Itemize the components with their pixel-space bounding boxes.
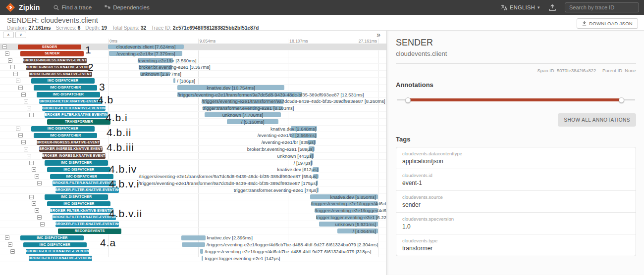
service-pill[interactable]: IMC-DISPATCHER [34, 133, 97, 138]
collapse-toggle-icon[interactable] [13, 72, 18, 76]
span-duration-bar[interactable] [200, 249, 203, 254]
upload-trace-icon[interactable] [549, 4, 556, 11]
trace-span-row[interactable]: BROKER-INGRESS.KNATIVE-EVENTINGunknown [… [0, 153, 386, 160]
span-duration-bar[interactable] [173, 78, 175, 83]
collapse-all-button[interactable]: ∧ [3, 32, 14, 38]
show-all-annotations-button[interactable]: SHOW ALL ANNOTATIONS [558, 113, 636, 127]
collapse-toggle-icon[interactable] [10, 249, 15, 254]
service-pill[interactable]: IMC-DISPATCHER [31, 126, 95, 132]
service-pill[interactable]: BROKER-INGRESS.KNATIVE-EVENTING [26, 65, 89, 70]
collapse-toggle-icon[interactable] [21, 92, 26, 97]
collapse-toggle-icon[interactable] [8, 242, 12, 247]
trace-span-row[interactable]: SENDER/eventing-e2e1/br [7.379ms] [0, 50, 386, 57]
collapse-toggle-icon[interactable] [29, 113, 34, 117]
collapse-toggle-icon[interactable] [18, 133, 23, 138]
service-pill[interactable]: BROKER-FILTER.KNATIVE-EVENTING [53, 181, 116, 186]
trace-span-row[interactable]: IMC-DISPATCHER/triggers/eventing-e2e1/lo… [0, 200, 386, 207]
service-pill[interactable]: BROKER-INGRESS.KNATIVE-EVENTING [42, 153, 106, 159]
trace-span-row[interactable]: IMC-DISPATCHERknative.dev [6.850ms] [0, 194, 386, 201]
service-pill[interactable]: IMC-DISPATCHER [20, 235, 84, 241]
service-pill[interactable]: IMC-DISPATCHER [47, 167, 110, 173]
service-pill[interactable]: SENDER [18, 45, 81, 50]
trace-span-row[interactable]: BROKER-FILTER.KNATIVE-EVENTINGtrigger:lo… [0, 214, 386, 221]
service-pill[interactable]: IMC-DISPATCHER [50, 174, 113, 180]
collapse-toggle-icon[interactable] [32, 201, 36, 206]
trace-span-row[interactable]: BROKER-FILTER.KNATIVE-EVENTINGtrigger:tr… [0, 187, 386, 194]
collapse-toggle-icon[interactable] [40, 222, 45, 227]
service-pill[interactable]: IMC-DISPATCHER [37, 92, 100, 97]
trace-span-row[interactable]: IMC-DISPATCHERknative.dev [2.648ms] [0, 126, 386, 133]
expand-all-button[interactable]: ∨ [15, 32, 26, 38]
trace-span-row[interactable]: TRANSFORMER/ [5.160ms] [0, 119, 386, 126]
trace-span-row[interactable]: BROKER-INGRESS.KNATIVE-EVENTINGbroker:br… [0, 146, 386, 153]
trace-span-row[interactable]: BROKER-INGRESS.KNATIVE-EVENTINGbroker:br… [0, 64, 386, 71]
collapse-toggle-icon[interactable] [37, 215, 42, 220]
service-pill[interactable]: BROKER-FILTER.KNATIVE-EVENTING [45, 112, 108, 118]
service-pill[interactable]: BROKER-INGRESS.KNATIVE-EVENTING [23, 58, 87, 63]
trace-span-row[interactable]: BROKER-FILTER.KNATIVE-EVENTINGtrigger:lo… [0, 255, 386, 262]
collapse-toggle-icon[interactable] [16, 79, 20, 83]
trace-span-row[interactable]: BROKER-INGRESS.KNATIVE-EVENTINGunknown [… [0, 71, 386, 78]
collapse-toggle-icon[interactable] [5, 235, 9, 240]
collapse-toggle-icon[interactable] [37, 181, 42, 185]
collapse-toggle-icon[interactable] [29, 161, 34, 165]
trace-span-row[interactable]: IMC-DISPATCHER/triggers/eventing-e2e1/tr… [0, 173, 386, 180]
collapse-toggle-icon[interactable] [35, 208, 39, 213]
download-json-button[interactable]: DOWNLOAD JSON [577, 18, 638, 29]
span-duration-bar[interactable] [181, 235, 205, 240]
service-pill[interactable]: IMC-DISPATCHER [31, 78, 95, 84]
service-pill[interactable]: BROKER-FILTER.KNATIVE-EVENTING [29, 256, 92, 261]
service-pill[interactable]: IMC-DISPATCHER [45, 194, 108, 200]
collapse-toggle-icon[interactable] [5, 51, 9, 56]
trace-span-row[interactable]: SENDERcloudevents.client [7.624ms] [0, 44, 386, 50]
collapse-toggle-icon[interactable] [10, 65, 15, 69]
service-pill[interactable]: IMC-DISPATCHER [45, 160, 108, 166]
nav-find-a-trace[interactable]: Find a trace [54, 4, 92, 10]
service-pill[interactable]: SENDER [20, 51, 84, 56]
trace-span-row[interactable]: IMC-DISPATCHERknative.dev [10.754ms] [0, 85, 386, 92]
search-by-trace-id-input[interactable] [565, 2, 639, 12]
collapse-toggle-icon[interactable] [2, 45, 7, 49]
nav-dependencies[interactable]: Dependencies [105, 4, 150, 10]
trace-span-row[interactable]: IMC-DISPATCHER/ [186µs] [0, 78, 386, 85]
trace-span-row[interactable]: IMC-DISPATCHER/ [197µs] [0, 160, 386, 167]
trace-span-row[interactable]: RECORDEVENTS/ [4.064ms] [0, 228, 386, 235]
collapse-toggle-icon[interactable] [21, 140, 26, 144]
collapse-toggle-icon[interactable] [24, 99, 28, 103]
service-pill[interactable]: IMC-DISPATCHER [23, 242, 87, 248]
service-pill[interactable]: IMC-DISPATCHER [47, 201, 110, 207]
trace-span-row[interactable]: BROKER-FILTER.KNATIVE-EVENTING/triggers/… [0, 248, 386, 255]
service-pill[interactable]: BROKER-FILTER.KNATIVE-EVENTING [26, 249, 89, 254]
trace-span-row[interactable]: BROKER-FILTER.KNATIVE-EVENTING/triggers/… [0, 207, 386, 214]
trace-span-row[interactable]: IMC-DISPATCHERknative.dev [2.396ms] [0, 234, 386, 241]
trace-span-row[interactable]: BROKER-FILTER.KNATIVE-EVENTINGunknown [5… [0, 221, 386, 228]
collapse-toggle-icon[interactable] [32, 167, 36, 172]
service-pill[interactable]: BROKER-INGRESS.KNATIVE-EVENTING [37, 140, 100, 145]
span-duration-bar[interactable] [202, 256, 203, 261]
service-pill[interactable]: IMC-DISPATCHER [34, 85, 97, 91]
collapse-toggle-icon[interactable] [35, 174, 39, 179]
collapse-toggle-icon[interactable] [24, 147, 28, 151]
collapse-toggle-icon[interactable] [29, 195, 34, 199]
annotations-range-slider[interactable] [397, 96, 635, 103]
trace-span-row[interactable]: BROKER-FILTER.KNATIVE-EVENTING/triggers/… [0, 180, 386, 187]
collapse-toggle-icon[interactable] [8, 58, 12, 63]
service-pill[interactable]: BROKER-FILTER.KNATIVE-EVENTING [53, 215, 116, 220]
expand-panel-icon[interactable]: » [376, 31, 380, 39]
trace-span-row[interactable]: BROKER-FILTER.KNATIVE-EVENTINGtrigger:tr… [0, 105, 386, 112]
trace-span-row[interactable]: BROKER-INGRESS.KNATIVE-EVENTING/eventing… [0, 57, 386, 64]
collapse-toggle-icon[interactable] [27, 154, 31, 158]
trace-span-row[interactable]: IMC-DISPATCHER/eventing-e2e1/br [2.569ms… [0, 132, 386, 139]
service-pill[interactable]: BROKER-FILTER.KNATIVE-EVENTING [50, 208, 113, 214]
collapse-toggle-icon[interactable] [16, 127, 20, 131]
span-duration-bar[interactable] [182, 242, 205, 247]
trace-span-row[interactable]: IMC-DISPATCHER/triggers/eventing-e2e1/tr… [0, 92, 386, 98]
service-pill[interactable]: BROKER-FILTER.KNATIVE-EVENTING [42, 106, 106, 111]
trace-span-row[interactable]: BROKER-INGRESS.KNATIVE-EVENTING/eventing… [0, 139, 386, 146]
slider-handle-right[interactable] [619, 97, 624, 103]
slider-handle-left[interactable] [405, 97, 411, 103]
service-pill[interactable]: BROKER-INGRESS.KNATIVE-EVENTING [29, 72, 92, 77]
collapse-toggle-icon[interactable] [27, 106, 31, 110]
trace-span-row[interactable]: IMC-DISPATCHERknative.dev [612µs] [0, 166, 386, 173]
service-pill[interactable]: BROKER-FILTER.KNATIVE-EVENTING [39, 99, 103, 104]
